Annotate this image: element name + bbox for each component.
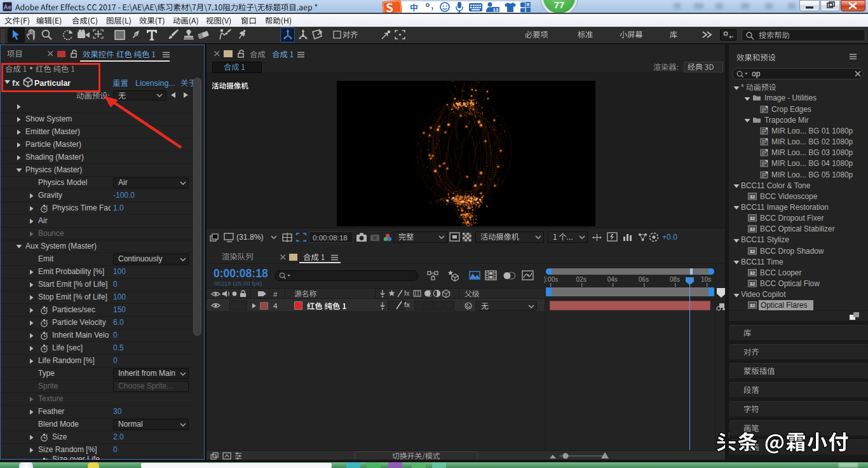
svg-text:32: 32 xyxy=(750,281,755,287)
svg-text:32: 32 xyxy=(750,216,755,221)
svg-text:32: 32 xyxy=(750,226,755,232)
svg-text:32: 32 xyxy=(750,193,755,199)
svg-text:32: 32 xyxy=(750,248,755,254)
svg-text:13: 13 xyxy=(493,7,499,13)
svg-text:32: 32 xyxy=(750,303,755,308)
svg-text:32: 32 xyxy=(750,270,755,275)
